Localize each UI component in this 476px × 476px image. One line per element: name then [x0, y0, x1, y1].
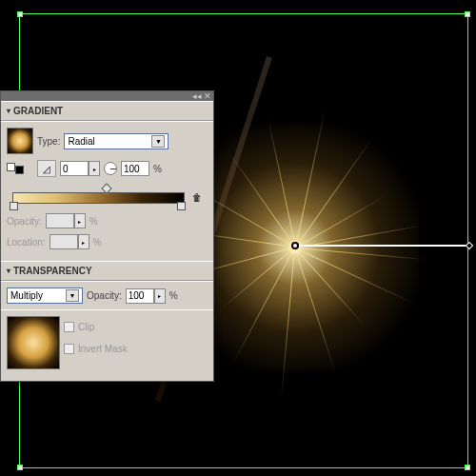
stop-opacity-input: ▸: [46, 213, 86, 228]
resize-handle-bl[interactable]: [17, 465, 23, 470]
stop-opacity-label: Opacity:: [7, 216, 42, 227]
gradient-panel-body: Type: Radial ▼ ◿ ▸ % 🗑: [1, 121, 213, 261]
angle-input[interactable]: ▸: [60, 161, 100, 176]
resize-handle-tl[interactable]: [17, 11, 23, 17]
angle-stepper[interactable]: ▸: [89, 161, 100, 176]
disclosure-icon: ▾: [7, 267, 10, 275]
gradient-stop-end[interactable]: [177, 202, 186, 210]
transparency-panel-title: TRANSPARENCY: [13, 266, 92, 276]
opacity-label: Opacity:: [87, 290, 122, 301]
angle-field[interactable]: [60, 161, 89, 176]
stop-location-stepper: ▸: [78, 234, 89, 249]
gradient-annotator-line[interactable]: [299, 245, 470, 247]
stop-opacity-field: [46, 213, 74, 228]
gradient-ramp[interactable]: [12, 192, 185, 204]
panel-close-icon[interactable]: ✕: [204, 92, 211, 101]
aspect-ratio-icon: [104, 162, 117, 175]
angle-icon: ◿: [37, 160, 56, 177]
panel-menu-icon[interactable]: ◂◂: [192, 92, 202, 101]
stop-opacity-stepper: ▸: [74, 213, 86, 228]
clip-checkbox: [64, 322, 74, 332]
aspect-input[interactable]: [121, 161, 149, 176]
resize-handle-br[interactable]: [465, 465, 470, 470]
transparency-thumbnail[interactable]: [7, 316, 60, 369]
stop-opacity-unit: %: [89, 216, 98, 227]
disclosure-icon: ▾: [7, 107, 10, 115]
type-label: Type:: [37, 136, 60, 147]
reverse-gradient-button[interactable]: [7, 162, 24, 175]
opacity-field[interactable]: [126, 288, 154, 304]
blend-mode-select[interactable]: Multiply ▼: [7, 288, 83, 304]
panel-group: ◂◂ ✕ ▾ GRADIENT Type: Radial ▼ ◿ ▸: [0, 90, 214, 382]
stop-location-field: [50, 234, 78, 249]
gradient-type-value: Radial: [68, 136, 94, 147]
stop-location-input: ▸: [50, 234, 89, 249]
gradient-type-select[interactable]: Radial ▼: [64, 133, 169, 149]
opacity-unit: %: [169, 290, 178, 301]
dropdown-arrow-icon: ▼: [151, 135, 165, 148]
blend-mode-value: Multiply: [10, 290, 43, 301]
gradient-slider[interactable]: 🗑: [7, 183, 208, 209]
gradient-fill-swatch[interactable]: [7, 128, 33, 154]
stop-location-label: Location:: [7, 237, 46, 248]
delete-stop-icon[interactable]: 🗑: [192, 192, 206, 206]
dropdown-arrow-icon: ▼: [66, 289, 79, 302]
transparency-panel-body: Multiply ▼ Opacity: ▸ % Clip Invert Mask: [1, 281, 213, 381]
opacity-input[interactable]: ▸: [126, 288, 166, 304]
gradient-annotator-origin[interactable]: [291, 242, 299, 249]
transparency-panel-header[interactable]: ▾ TRANSPARENCY: [1, 261, 213, 281]
gradient-panel-header[interactable]: ▾ GRADIENT: [1, 101, 213, 121]
resize-handle-tr[interactable]: [465, 11, 470, 17]
opacity-stepper[interactable]: ▸: [154, 288, 166, 304]
panel-titlebar[interactable]: ◂◂ ✕: [1, 91, 213, 101]
gradient-stop-start[interactable]: [10, 202, 18, 210]
aspect-unit: %: [153, 164, 162, 174]
stop-location-unit: %: [93, 237, 102, 248]
gradient-panel-title: GRADIENT: [13, 106, 63, 116]
invert-mask-label: Invert Mask: [78, 344, 128, 354]
clip-label: Clip: [78, 322, 94, 332]
invert-mask-checkbox: [64, 344, 74, 354]
aspect-field[interactable]: [121, 161, 149, 176]
